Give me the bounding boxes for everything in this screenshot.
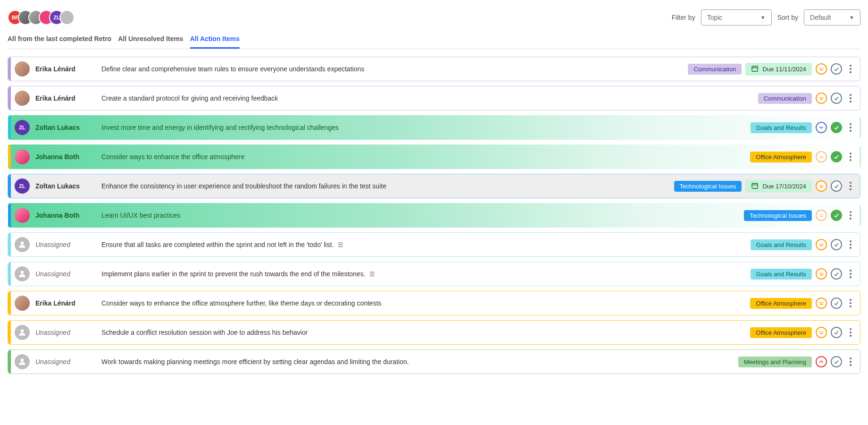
more-menu-icon[interactable]: [846, 211, 855, 220]
topic-tag[interactable]: Technological Issues: [674, 181, 742, 192]
item-description: Learn UI/UX best practices: [101, 212, 744, 219]
item-description: Schedule a conflict resolution session w…: [101, 329, 750, 336]
assignee-avatar[interactable]: [15, 149, 30, 164]
more-menu-icon[interactable]: [846, 94, 855, 102]
assignee-avatar[interactable]: ZL: [15, 120, 30, 135]
topic-tag[interactable]: Communication: [758, 93, 812, 104]
svg-point-8: [21, 241, 24, 245]
svg-rect-4: [752, 183, 758, 188]
priority-icon[interactable]: [816, 151, 827, 162]
status-check-icon[interactable]: [831, 151, 842, 162]
assignee-avatar[interactable]: [15, 237, 30, 252]
assignee-avatar[interactable]: ZL: [15, 178, 30, 194]
filter-by-label: Filter by: [672, 14, 695, 21]
header: BFZL Filter by Topic ▼ Sort by Default ▼: [8, 9, 860, 26]
topic-tag[interactable]: Goals and Results: [751, 239, 812, 250]
more-menu-icon[interactable]: [846, 299, 855, 307]
item-actions: [816, 298, 855, 309]
assignee-avatar[interactable]: [15, 296, 30, 311]
topic-tag[interactable]: Meetings and Planning: [738, 357, 812, 367]
assignee-name: Unassigned: [35, 241, 101, 248]
more-menu-icon[interactable]: [846, 123, 855, 132]
priority-icon[interactable]: [816, 356, 827, 367]
assignee-name: Erika Lénárd: [35, 94, 101, 102]
priority-icon[interactable]: [816, 239, 827, 250]
avatar-stack: BFZL: [8, 10, 75, 25]
priority-icon[interactable]: [816, 63, 827, 75]
priority-icon[interactable]: [816, 180, 827, 192]
topic-tag[interactable]: Office Atmosphere: [750, 327, 812, 338]
item-actions: [816, 327, 855, 338]
tab[interactable]: All Unresolved Items: [118, 35, 184, 49]
assignee-avatar[interactable]: [15, 325, 30, 340]
topic-tag[interactable]: Technological Issues: [744, 210, 812, 221]
item-actions: [816, 180, 855, 192]
item-description: Define clear and comprehensive team rule…: [101, 65, 688, 73]
priority-icon[interactable]: [816, 93, 827, 104]
assignee-name: Zoltan Lukacs: [35, 182, 101, 190]
note-icon: ☰: [338, 241, 343, 248]
calendar-icon: [751, 65, 759, 74]
status-check-icon[interactable]: [831, 298, 842, 309]
assignee-avatar[interactable]: [15, 61, 30, 76]
more-menu-icon[interactable]: [846, 270, 855, 278]
topic-tag[interactable]: Office Atmosphere: [750, 298, 812, 309]
assignee-avatar[interactable]: [15, 91, 30, 106]
filter-select[interactable]: Topic ▼: [701, 9, 772, 26]
chevron-down-icon: ▼: [849, 15, 854, 20]
action-item-row[interactable]: UnassignedSchedule a conflict resolution…: [8, 320, 860, 345]
action-item-row[interactable]: Erika LénárdConsider ways to enhance the…: [8, 291, 860, 315]
action-item-row[interactable]: UnassignedImplement plans earlier in the…: [8, 262, 860, 286]
more-menu-icon[interactable]: [846, 240, 855, 249]
item-description: Implement plans earlier in the sprint to…: [101, 270, 751, 278]
sort-select[interactable]: Default ▼: [804, 9, 860, 26]
action-item-row[interactable]: Erika LénárdCreate a standard protocol f…: [8, 86, 860, 110]
action-item-row[interactable]: Johanna BothLearn UI/UX best practicesTe…: [8, 203, 860, 228]
item-description: Consider ways to enhance the office atmo…: [101, 299, 750, 307]
priority-icon[interactable]: [816, 327, 827, 338]
topic-tag[interactable]: Communication: [688, 64, 742, 75]
status-check-icon[interactable]: [831, 239, 842, 250]
priority-icon[interactable]: [816, 268, 827, 280]
topic-tag[interactable]: Office Atmosphere: [750, 152, 812, 162]
more-menu-icon[interactable]: [846, 153, 855, 161]
status-check-icon[interactable]: [831, 268, 842, 280]
priority-icon[interactable]: [816, 210, 827, 221]
assignee-avatar[interactable]: [15, 266, 30, 281]
item-description: Ensure that all tasks are completed with…: [101, 241, 751, 248]
tab[interactable]: All from the last completed Retro: [8, 35, 111, 49]
more-menu-icon[interactable]: [846, 65, 855, 73]
assignee-avatar[interactable]: [15, 354, 30, 369]
status-check-icon[interactable]: [831, 210, 842, 221]
assignee-name: Unassigned: [35, 270, 101, 278]
action-item-row[interactable]: UnassignedWork towards making planning m…: [8, 349, 860, 374]
due-date-badge: Due 17/10/2024: [745, 180, 812, 193]
assignee-name: Johanna Both: [35, 212, 101, 219]
priority-icon[interactable]: [816, 298, 827, 309]
status-check-icon[interactable]: [831, 327, 842, 338]
action-item-row[interactable]: UnassignedEnsure that all tasks are comp…: [8, 232, 860, 257]
chevron-down-icon: ▼: [760, 15, 766, 20]
action-item-row[interactable]: Johanna BothConsider ways to enhance the…: [8, 144, 860, 169]
more-menu-icon[interactable]: [846, 182, 855, 190]
action-item-row[interactable]: ZLZoltan LukacsEnhance the consistency i…: [8, 174, 860, 198]
action-item-row[interactable]: ZLZoltan LukacsInvest more time and ener…: [8, 115, 860, 140]
tab[interactable]: All Action Items: [190, 35, 240, 49]
status-check-icon[interactable]: [831, 122, 842, 133]
note-icon: ☰: [369, 271, 375, 278]
assignee-name: Erika Lénárd: [35, 65, 101, 73]
avatar[interactable]: [59, 10, 75, 25]
priority-icon[interactable]: [816, 122, 827, 133]
topic-tag[interactable]: Goals and Results: [751, 122, 812, 133]
assignee-avatar[interactable]: [15, 208, 30, 223]
filters: Filter by Topic ▼ Sort by Default ▼: [672, 9, 860, 26]
status-check-icon[interactable]: [831, 180, 842, 192]
topic-tag[interactable]: Goals and Results: [751, 269, 812, 280]
more-menu-icon[interactable]: [846, 328, 855, 337]
more-menu-icon[interactable]: [846, 357, 855, 366]
status-check-icon[interactable]: [831, 356, 842, 367]
status-check-icon[interactable]: [831, 93, 842, 104]
status-check-icon[interactable]: [831, 63, 842, 75]
action-item-row[interactable]: Erika LénárdDefine clear and comprehensi…: [8, 57, 860, 81]
assignee-name: Unassigned: [35, 329, 101, 336]
